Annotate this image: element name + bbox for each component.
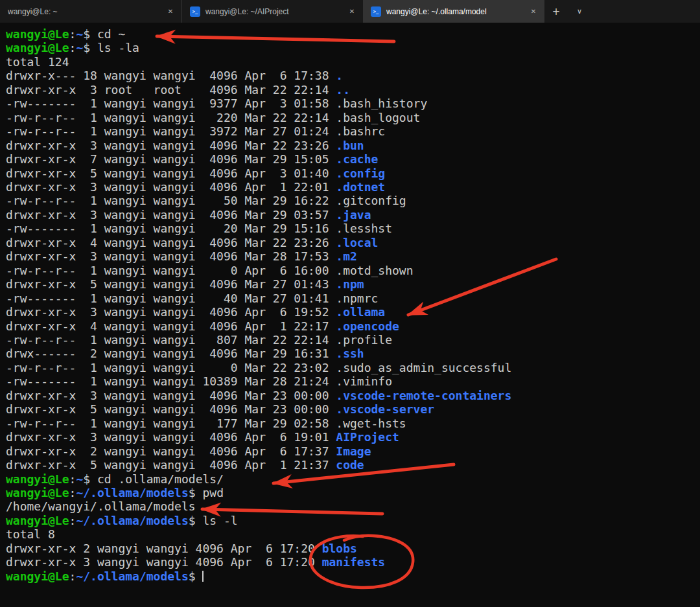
terminal-text: $ pwd bbox=[189, 486, 224, 499]
tab-3[interactable]: >_wangyi@Le: ~/.ollama/model✕ bbox=[363, 0, 544, 23]
path-or-directory: .ollama bbox=[336, 305, 385, 319]
tab-title: wangyi@Le: ~ bbox=[8, 7, 159, 16]
terminal-line: -rw-r--r-- 1 wangyi wangyi 0 Apr 6 16:00… bbox=[6, 264, 700, 277]
terminal-line: -rw-r--r-- 1 wangyi wangyi 50 Mar 29 16:… bbox=[6, 194, 700, 207]
terminal-line: drwxr-x--- 18 wangyi wangyi 4096 Apr 6 1… bbox=[6, 69, 700, 82]
prompt-user-host: wangyi@Le bbox=[6, 27, 69, 41]
terminal-line: drwxr-xr-x 5 wangyi wangyi 4096 Apr 3 01… bbox=[6, 166, 700, 180]
terminal-line: drwxr-xr-x 2 wangyi wangyi 4096 Apr 6 17… bbox=[6, 444, 700, 458]
prompt-user-host: wangyi@Le bbox=[6, 486, 69, 499]
terminal-line: drwxr-xr-x 3 wangyi wangyi 4096 Apr 6 19… bbox=[6, 305, 700, 319]
terminal-text: drwxr-xr-x 5 wangyi wangyi 4096 Apr 3 01… bbox=[6, 166, 336, 180]
terminal-line: drwxr-xr-x 3 wangyi wangyi 4096 Mar 23 0… bbox=[6, 389, 700, 402]
terminal-text: drwxr-x--- 18 wangyi wangyi 4096 Apr 6 1… bbox=[6, 69, 336, 82]
terminal-text: : bbox=[69, 486, 76, 499]
tab-2[interactable]: >_wangyi@Le: ~/AIProject✕ bbox=[181, 0, 363, 23]
terminal-text: drwx------ 2 wangyi wangyi 4096 Mar 29 1… bbox=[6, 347, 336, 360]
terminal-line: drwxr-xr-x 5 wangyi wangyi 4096 Mar 27 0… bbox=[6, 277, 700, 291]
terminal-line: -rw-r--r-- 1 wangyi wangyi 177 Mar 29 02… bbox=[6, 417, 700, 430]
new-tab-button[interactable]: + bbox=[544, 0, 568, 23]
terminal-line: -rw------- 1 wangyi wangyi 10389 Mar 28 … bbox=[6, 374, 700, 388]
terminal-line: drwxr-xr-x 7 wangyi wangyi 4096 Mar 29 1… bbox=[6, 152, 700, 166]
terminal-line: drwxr-xr-x 3 wangyi wangyi 4096 Mar 22 2… bbox=[6, 139, 700, 152]
terminal-line: drwxr-xr-x 5 wangyi wangyi 4096 Apr 1 21… bbox=[6, 458, 700, 472]
path-or-directory: .vscode-server bbox=[336, 402, 434, 416]
terminal-text: drwxr-xr-x 5 wangyi wangyi 4096 Mar 23 0… bbox=[6, 402, 336, 416]
path-or-directory: blobs bbox=[322, 542, 357, 555]
terminal-text: drwxr-xr-x 3 wangyi wangyi 4096 Apr 6 17… bbox=[6, 555, 322, 569]
path-or-directory: .opencode bbox=[336, 319, 399, 333]
terminal-text: : bbox=[69, 472, 76, 486]
terminal-text: drwxr-xr-x 3 wangyi wangyi 4096 Mar 29 0… bbox=[6, 208, 336, 222]
path-or-directory: ~/.ollama/models bbox=[76, 569, 188, 583]
terminal-text: -rw-r--r-- 1 wangyi wangyi 220 Mar 22 22… bbox=[6, 111, 420, 124]
terminal-text: -rw-r--r-- 1 wangyi wangyi 0 Mar 22 23:0… bbox=[6, 361, 511, 374]
terminal-text: $ ls -l bbox=[189, 514, 238, 527]
path-or-directory: .local bbox=[336, 236, 378, 249]
terminal-text: total 124 bbox=[6, 55, 69, 69]
terminal-text: drwxr-xr-x 3 root root 4096 Mar 22 22:14 bbox=[6, 83, 336, 97]
terminal-line: -rw------- 1 wangyi wangyi 9377 Apr 3 01… bbox=[6, 97, 700, 110]
terminal-cursor bbox=[202, 571, 204, 582]
terminal-text: $ bbox=[189, 569, 203, 583]
terminal-output[interactable]: wangyi@Le:~$ cd ~wangyi@Le:~$ ls -latota… bbox=[0, 23, 700, 607]
prompt-user-host: wangyi@Le bbox=[6, 514, 69, 527]
terminal-text: : bbox=[69, 569, 76, 583]
path-or-directory: ~ bbox=[76, 472, 83, 486]
terminal-text: drwxr-xr-x 5 wangyi wangyi 4096 Apr 1 21… bbox=[6, 458, 336, 472]
terminal-text: -rw-r--r-- 1 wangyi wangyi 3972 Mar 27 0… bbox=[6, 124, 385, 138]
prompt-user-host: wangyi@Le bbox=[6, 569, 69, 583]
terminal-text: -rw------- 1 wangyi wangyi 9377 Apr 3 01… bbox=[6, 97, 427, 110]
path-or-directory: ~ bbox=[76, 41, 83, 54]
tab-dropdown-button[interactable]: ∨ bbox=[568, 0, 591, 23]
prompt-user-host: wangyi@Le bbox=[6, 41, 69, 54]
terminal-text: drwxr-xr-x 4 wangyi wangyi 4096 Mar 22 2… bbox=[6, 236, 336, 249]
path-or-directory: manifests bbox=[322, 555, 386, 569]
terminal-line: -rw-r--r-- 1 wangyi wangyi 3972 Mar 27 0… bbox=[6, 124, 700, 138]
terminal-text: drwxr-xr-x 3 wangyi wangyi 4096 Apr 6 19… bbox=[6, 430, 336, 444]
terminal-line: wangyi@Le:~/.ollama/models$ ls -l bbox=[6, 514, 700, 527]
terminal-line: /home/wangyi/.ollama/models bbox=[6, 499, 700, 513]
path-or-directory: .dotnet bbox=[336, 180, 385, 194]
path-or-directory: .. bbox=[336, 83, 350, 97]
path-or-directory: ~/.ollama/models bbox=[76, 486, 188, 499]
terminal-text: -rw------- 1 wangyi wangyi 40 Mar 27 01:… bbox=[6, 292, 378, 305]
path-or-directory: .bun bbox=[336, 139, 364, 152]
path-or-directory: .config bbox=[336, 166, 385, 180]
terminal-line: drwxr-xr-x 2 wangyi wangyi 4096 Apr 6 17… bbox=[6, 542, 700, 555]
linux-blue-icon: >_ bbox=[190, 6, 200, 17]
terminal-text: $ ls -la bbox=[83, 41, 139, 54]
path-or-directory: .m2 bbox=[336, 249, 357, 263]
terminal-text: -rw-r--r-- 1 wangyi wangyi 807 Mar 22 22… bbox=[6, 333, 392, 347]
terminal-text: -rw------- 1 wangyi wangyi 10389 Mar 28 … bbox=[6, 374, 392, 388]
terminal-text: $ cd .ollama/models/ bbox=[83, 472, 224, 486]
terminal-text: drwxr-xr-x 3 wangyi wangyi 4096 Apr 1 22… bbox=[6, 180, 336, 194]
terminal-line: wangyi@Le:~/.ollama/models$ pwd bbox=[6, 486, 700, 499]
tab-bar: >_wangyi@Le: ~✕>_wangyi@Le: ~/AIProject✕… bbox=[0, 0, 700, 23]
path-or-directory: ~ bbox=[76, 27, 83, 41]
terminal-text: -rw------- 1 wangyi wangyi 20 Mar 29 15:… bbox=[6, 222, 392, 235]
terminal-line: -rw-r--r-- 1 wangyi wangyi 0 Mar 22 23:0… bbox=[6, 361, 700, 374]
prompt-user-host: wangyi@Le bbox=[6, 472, 69, 486]
terminal-line: -rw-r--r-- 1 wangyi wangyi 807 Mar 22 22… bbox=[6, 333, 700, 347]
terminal-line: drwxr-xr-x 5 wangyi wangyi 4096 Mar 23 0… bbox=[6, 402, 700, 416]
tab-close-button[interactable]: ✕ bbox=[346, 6, 358, 17]
terminal-text: drwxr-xr-x 2 wangyi wangyi 4096 Apr 6 17… bbox=[6, 542, 322, 555]
path-or-directory: .npm bbox=[336, 277, 364, 291]
path-or-directory: .java bbox=[336, 208, 371, 222]
terminal-text: -rw-r--r-- 1 wangyi wangyi 177 Mar 29 02… bbox=[6, 417, 406, 430]
terminal-line: -rw------- 1 wangyi wangyi 20 Mar 29 15:… bbox=[6, 222, 700, 235]
tab-close-button[interactable]: ✕ bbox=[528, 6, 539, 17]
terminal-line: total 8 bbox=[6, 527, 700, 541]
terminal-text: drwxr-xr-x 7 wangyi wangyi 4096 Mar 29 1… bbox=[6, 152, 336, 166]
terminal-text: drwxr-xr-x 3 wangyi wangyi 4096 Apr 6 19… bbox=[6, 305, 336, 319]
terminal-line: drwx------ 2 wangyi wangyi 4096 Mar 29 1… bbox=[6, 347, 700, 360]
terminal-line: drwxr-xr-x 3 wangyi wangyi 4096 Mar 29 0… bbox=[6, 208, 700, 222]
tab-close-button[interactable]: ✕ bbox=[165, 6, 176, 17]
terminal-line: drwxr-xr-x 3 wangyi wangyi 4096 Mar 28 1… bbox=[6, 249, 700, 263]
terminal-line: drwxr-xr-x 4 wangyi wangyi 4096 Mar 22 2… bbox=[6, 236, 700, 249]
terminal-line: drwxr-xr-x 3 root root 4096 Mar 22 22:14… bbox=[6, 83, 700, 97]
terminal-text: drwxr-xr-x 3 wangyi wangyi 4096 Mar 28 1… bbox=[6, 249, 336, 263]
tab-1[interactable]: >_wangyi@Le: ~✕ bbox=[0, 0, 181, 23]
terminal-line: wangyi@Le:~$ cd .ollama/models/ bbox=[6, 472, 700, 486]
